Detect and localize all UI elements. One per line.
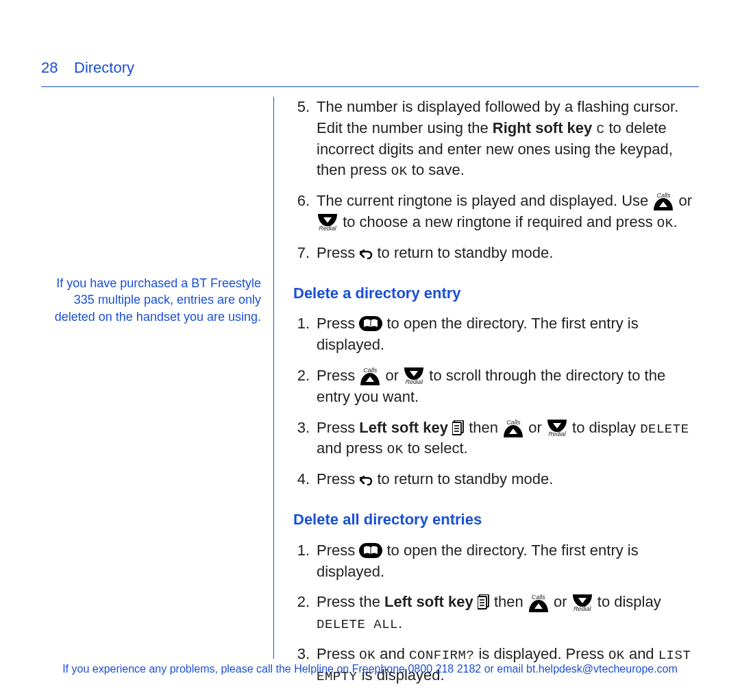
back-icon bbox=[359, 474, 373, 487]
step: 4. Press to return to standby mode. bbox=[293, 469, 699, 490]
up-calls-icon: Calls bbox=[529, 594, 548, 612]
text-delete-all: DELETE ALL bbox=[317, 617, 398, 632]
menu-icon bbox=[478, 594, 490, 610]
step: 1. Press to open the directory. The firs… bbox=[293, 313, 699, 356]
main-column: 5. The number is displayed followed by a… bbox=[274, 97, 699, 659]
text-confirm: CONFIRM? bbox=[409, 648, 474, 663]
down-redial-icon: Redial bbox=[547, 420, 567, 437]
text-c-key: C bbox=[596, 122, 604, 137]
step: 2. Press the Left soft key then Calls or… bbox=[293, 592, 699, 634]
directory-book-icon bbox=[359, 543, 382, 558]
menu-icon bbox=[452, 420, 465, 435]
text-ok: OK bbox=[608, 648, 625, 663]
footer-helpline: If you experience any problems, please c… bbox=[0, 663, 740, 675]
heading-delete-all: Delete all directory entries bbox=[293, 509, 699, 531]
up-calls-icon: Calls bbox=[504, 420, 523, 437]
section-title: Directory bbox=[74, 59, 134, 77]
back-icon bbox=[359, 248, 373, 261]
page-number: 28 bbox=[41, 59, 62, 77]
heading-delete-entry: Delete a directory entry bbox=[293, 283, 699, 304]
up-calls-icon: Calls bbox=[654, 193, 673, 210]
down-redial-icon: Redial bbox=[318, 214, 337, 232]
text-ok: OK bbox=[391, 164, 408, 179]
step: 6. The current ringtone is played and di… bbox=[293, 191, 699, 233]
side-note: If you have purchased a BT Freestyle 335… bbox=[41, 275, 261, 325]
text-delete: DELETE bbox=[640, 422, 689, 437]
down-redial-icon: Redial bbox=[573, 594, 592, 612]
up-calls-icon: Calls bbox=[360, 367, 380, 385]
directory-book-icon bbox=[359, 316, 382, 331]
down-redial-icon: Redial bbox=[404, 367, 423, 385]
step: 2. Press Calls or Redial to scroll throu… bbox=[293, 365, 699, 408]
step: 3. Press Left soft key then Calls or Red… bbox=[293, 418, 699, 460]
step: 7. Press to return to standby mode. bbox=[293, 243, 699, 264]
page-header: 28 Directory bbox=[41, 59, 699, 87]
step: 1. Press to open the directory. The firs… bbox=[293, 540, 699, 583]
text-ok: OK bbox=[657, 216, 674, 231]
text-ok: OK bbox=[359, 648, 375, 663]
text-ok: OK bbox=[387, 442, 404, 457]
step: 4. Press to return to standby mode. bbox=[293, 696, 699, 700]
side-column: If you have purchased a BT Freestyle 335… bbox=[41, 97, 274, 659]
step: 5. The number is displayed followed by a… bbox=[293, 97, 699, 181]
